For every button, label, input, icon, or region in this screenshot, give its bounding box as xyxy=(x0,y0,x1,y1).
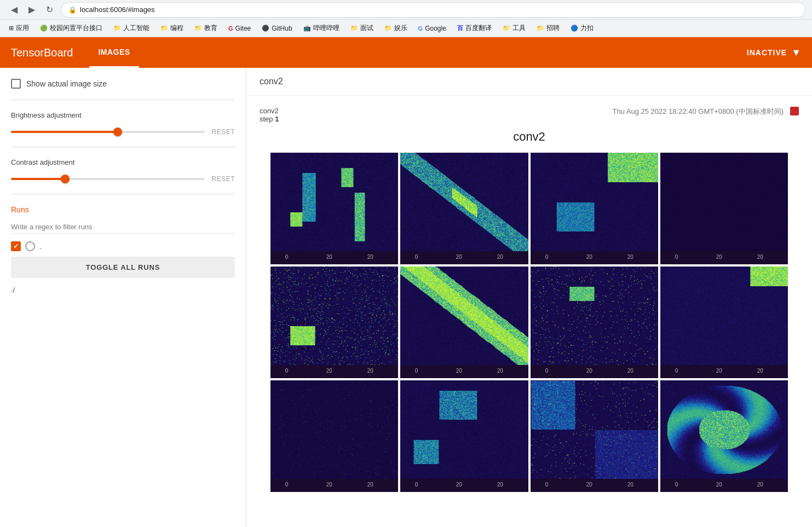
card-meta: conv2 step 1 xyxy=(260,107,279,123)
bookmark-label: 应用 xyxy=(16,24,29,33)
forward-button[interactable]: ▶ xyxy=(24,2,39,18)
svg-text:20: 20 xyxy=(716,482,722,488)
bookmark-tools[interactable]: 📁 工具 xyxy=(498,22,530,34)
bookmark-label: 百度翻译 xyxy=(465,24,492,33)
run-dot-label: . xyxy=(39,242,42,251)
run-path: ./ xyxy=(11,286,235,294)
brightness-thumb[interactable] xyxy=(113,128,122,136)
nav-buttons: ◀ ▶ ↻ xyxy=(7,2,57,18)
heatmap-cell: 0 20 20 xyxy=(660,267,788,378)
heatmap-cell: 0 20 20 xyxy=(660,380,788,492)
folder-icon: 📁 xyxy=(503,25,510,32)
svg-text:0: 0 xyxy=(415,368,418,374)
heatmap-grid: 0 20 20 0 20 20 0 20 20 0 20 20 0 20 20 … xyxy=(260,153,799,492)
contrast-label: Contrast adjustment xyxy=(11,158,235,166)
bookmark-label: 娱乐 xyxy=(394,24,407,33)
svg-text:20: 20 xyxy=(497,482,504,488)
heatmap-cell: 0 20 20 xyxy=(531,153,658,264)
contrast-thumb[interactable] xyxy=(61,175,70,183)
runs-filter-input[interactable] xyxy=(11,221,235,234)
svg-text:0: 0 xyxy=(285,368,289,374)
heatmap-cell: 0 20 20 xyxy=(400,267,528,378)
svg-text:0: 0 xyxy=(285,482,289,488)
run-radio[interactable] xyxy=(25,241,35,251)
folder-icon: 📁 xyxy=(113,25,121,32)
svg-text:20: 20 xyxy=(716,254,722,260)
card-step: step 1 xyxy=(260,115,279,123)
leetcode-icon: 🔵 xyxy=(571,25,578,32)
folder-icon: 📁 xyxy=(194,25,202,32)
heatmap-cell: 0 20 20 xyxy=(270,380,398,492)
svg-text:20: 20 xyxy=(586,368,592,374)
bookmark-entertainment[interactable]: 📁 娱乐 xyxy=(380,22,412,34)
svg-text:20: 20 xyxy=(757,254,763,260)
card-image-title: conv2 xyxy=(260,130,799,144)
bookmark-interview[interactable]: 📁 面试 xyxy=(346,22,378,34)
svg-text:0: 0 xyxy=(675,368,678,374)
card-step-value: 1 xyxy=(275,115,279,123)
bookmark-bilibili[interactable]: 📺 哔哩哔哩 xyxy=(299,22,344,34)
bookmark-baidu-translate[interactable]: 百 百度翻译 xyxy=(453,22,496,34)
show-image-section: Show actual image size xyxy=(11,79,235,100)
heatmap-canvas xyxy=(660,267,788,365)
bookmark-jobs[interactable]: 📁 招聘 xyxy=(532,22,564,34)
brightness-fill xyxy=(11,131,118,133)
back-button[interactable]: ◀ xyxy=(7,2,22,18)
app-title: TensorBoard xyxy=(11,47,73,59)
svg-text:20: 20 xyxy=(367,254,374,260)
section-title: conv2 xyxy=(260,77,283,86)
contrast-reset-button[interactable]: RESET xyxy=(211,175,235,183)
bookmark-edu[interactable]: 📁 教育 xyxy=(190,22,222,34)
svg-text:20: 20 xyxy=(757,368,763,374)
address-bar[interactable]: 🔒 localhost:6006/#images xyxy=(61,2,805,18)
bookmark-gitee[interactable]: G Gitee xyxy=(224,24,255,33)
bookmark-github[interactable]: ⚫ GitHub xyxy=(257,24,296,33)
contrast-slider-track[interactable] xyxy=(11,178,205,180)
bookmark-campus[interactable]: 🟢 校园闲置平台接口 xyxy=(36,22,107,34)
folder-icon: 📁 xyxy=(384,25,392,32)
bookmark-label: Gitee xyxy=(235,25,251,32)
heatmap-canvas xyxy=(531,153,658,251)
contrast-section: Contrast adjustment RESET xyxy=(11,158,235,194)
content-area: conv2 conv2 step 1 Thu Aug 25 2022 18:22… xyxy=(246,68,812,527)
card-red-indicator xyxy=(790,107,799,115)
bookmark-coding[interactable]: 📁 编程 xyxy=(156,22,188,34)
status-text: INACTIVE xyxy=(747,48,787,57)
bookmark-ai[interactable]: 📁 人工智能 xyxy=(109,22,154,34)
svg-text:20: 20 xyxy=(326,482,333,488)
nav-item-images[interactable]: IMAGES xyxy=(89,37,139,68)
sidebar: Show actual image size Brightness adjust… xyxy=(0,68,246,527)
svg-text:0: 0 xyxy=(675,254,678,260)
refresh-button[interactable]: ↻ xyxy=(42,2,57,18)
svg-text:0: 0 xyxy=(285,254,289,260)
github-icon: ⚫ xyxy=(262,25,269,32)
svg-text:20: 20 xyxy=(586,482,592,488)
show-image-checkbox[interactable] xyxy=(11,79,21,89)
svg-text:0: 0 xyxy=(545,482,548,488)
heatmap-cell: 0 20 20 xyxy=(270,153,398,264)
bookmark-apps[interactable]: ⊞ 应用 xyxy=(4,22,33,34)
status-badge[interactable]: INACTIVE ▼ xyxy=(747,47,801,59)
svg-text:20: 20 xyxy=(326,254,333,260)
svg-text:20: 20 xyxy=(456,368,463,374)
heatmap-cell: 0 20 20 xyxy=(400,380,528,492)
svg-text:0: 0 xyxy=(545,254,548,260)
svg-text:20: 20 xyxy=(456,482,463,488)
brightness-slider-track[interactable] xyxy=(11,131,205,133)
svg-text:0: 0 xyxy=(675,482,678,488)
bookmark-google[interactable]: G Google xyxy=(414,24,451,33)
svg-text:20: 20 xyxy=(367,482,374,488)
bookmark-label: 招聘 xyxy=(546,24,560,33)
svg-text:20: 20 xyxy=(497,254,504,260)
heatmap-canvas xyxy=(270,153,398,251)
bookmark-label: Google xyxy=(425,25,446,32)
toggle-all-runs-button[interactable]: TOGGLE ALL RUNS xyxy=(11,257,235,278)
bookmark-label: 编程 xyxy=(170,24,183,33)
brightness-reset-button[interactable]: RESET xyxy=(211,128,235,136)
lock-icon: 🔒 xyxy=(68,6,77,14)
svg-text:20: 20 xyxy=(367,368,374,374)
bookmark-leetcode[interactable]: 🔵 力扣 xyxy=(566,22,598,34)
run-checkbox-orange[interactable] xyxy=(11,241,21,251)
heatmap-canvas xyxy=(270,380,398,479)
brightness-section: Brightness adjustment RESET xyxy=(11,111,235,147)
